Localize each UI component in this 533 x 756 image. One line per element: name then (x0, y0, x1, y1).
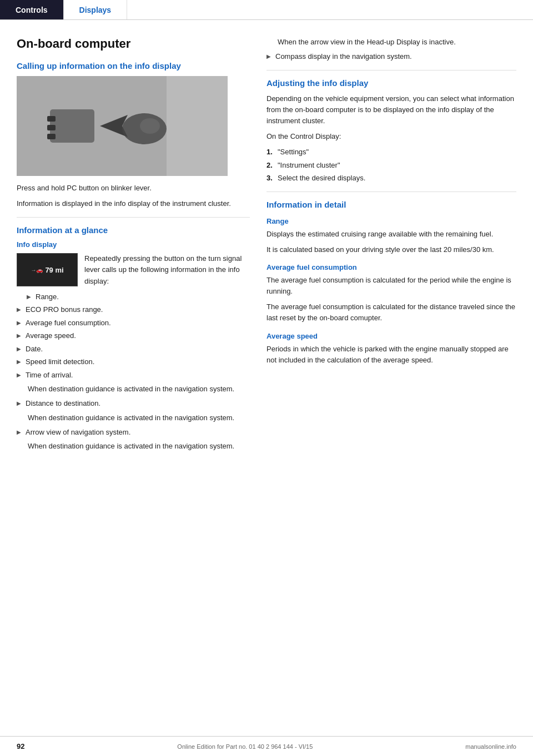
range-para1: Displays the estimated cruising range av… (266, 229, 516, 240)
svg-rect-1 (50, 109, 94, 143)
triangle-icon-arrow-view: ▶ (17, 428, 26, 436)
bullet-list-destination: ▶ Distance to destination. (17, 398, 250, 409)
triangle-icon-time-arrival: ▶ (17, 371, 26, 379)
step-2-num: 2. (266, 160, 278, 171)
range-para2: It is calculated based on your driving s… (266, 244, 516, 255)
avg-fuel-heading: Average fuel consumption (266, 263, 516, 271)
left-column: On-board computer Calling up information… (17, 37, 250, 456)
bullet-time-arrival-text: Time of arrival. (26, 370, 73, 381)
sub-bullet-range-text: Range. (36, 291, 59, 303)
footer: 92 Online Edition for Part no. 01 40 2 9… (0, 736, 533, 756)
bullet-avg-speed-text: Average speed. (26, 330, 76, 341)
mileage-display: 79 mi (45, 266, 63, 274)
list-item-time-arrival: ▶ Time of arrival. (17, 370, 250, 381)
tab-displays-label: Displays (79, 6, 112, 14)
info-display-row: →🚗 79 mi Repeatedly pressing the button … (17, 253, 250, 286)
step-3: 3. Select the desired displays. (266, 173, 516, 184)
bullet-avg-fuel-text: Average fuel consumption. (26, 317, 111, 329)
section-calling-up-heading: Calling up information on the info displ… (17, 61, 250, 70)
list-item-date: ▶ Date. (17, 344, 250, 355)
arrow-icon: →🚗 (31, 267, 43, 273)
info-display-box: →🚗 79 mi (17, 253, 78, 286)
svg-rect-3 (47, 125, 56, 130)
list-item-compass: ▶ Compass display in the navigation syst… (266, 51, 516, 62)
tab-controls[interactable]: Controls (0, 0, 64, 19)
sub-bullet-list-range: ▶ Range. (27, 291, 250, 303)
svg-rect-4 (47, 134, 56, 139)
svg-rect-2 (47, 116, 56, 122)
list-item-destination: ▶ Distance to destination. (17, 398, 250, 409)
divider-2 (266, 70, 516, 70)
page-number: 92 (17, 742, 24, 750)
list-item-speed-limit: ▶ Speed limit detection. (17, 356, 250, 367)
triangle-icon-range: ▶ (27, 293, 36, 301)
para-press-hold: Press and hold PC button on blinker leve… (17, 183, 250, 194)
svg-point-7 (140, 118, 160, 134)
footer-right-text: manualsonline.info (465, 743, 516, 750)
arrow-view-note: When the arrow view in the Head-up Displ… (278, 37, 516, 48)
right-column: When the arrow view in the Head-up Displ… (266, 37, 516, 456)
step-1: 1. "Settings" (266, 147, 516, 158)
step-3-text: Select the desired displays. (278, 173, 365, 184)
bullet-list-compass: ▶ Compass display in the navigation syst… (266, 51, 516, 62)
para-info-displayed: Information is displayed in the info dis… (17, 198, 250, 209)
bullet-arrow-text: Arrow view of navigation system. (26, 427, 130, 438)
adjust-para1: Depending on the vehicle equipment versi… (266, 93, 516, 127)
avg-fuel-para2: The average fuel consumption is calculat… (266, 301, 516, 324)
adjust-para2: On the Control Display: (266, 131, 516, 142)
bullet-date-text: Date. (26, 344, 43, 355)
triangle-icon-eco: ▶ (17, 305, 26, 314)
step-3-num: 3. (266, 173, 278, 184)
triangle-icon-avg-speed: ▶ (17, 331, 26, 340)
bullet-speed-limit-text: Speed limit detection. (26, 356, 94, 367)
section-info-detail-heading: Information in detail (266, 200, 516, 209)
bullet-eco-text: ECO PRO bonus range. (26, 304, 103, 315)
bullet-destination-text: Distance to destination. (26, 398, 100, 409)
list-item-range: ▶ Range. (27, 291, 250, 303)
footer-center-text: Online Edition for Part no. 01 40 2 964 … (177, 743, 313, 750)
adjust-steps-list: 1. "Settings" 2. "Instrument cluster" 3.… (266, 147, 516, 184)
page-title: On-board computer (17, 37, 250, 51)
time-arrival-note: When destination guidance is activated i… (28, 384, 250, 395)
triangle-icon-date: ▶ (17, 345, 26, 353)
avg-speed-heading: Average speed (266, 332, 516, 340)
step-1-text: "Settings" (278, 147, 309, 158)
list-item-avg-fuel: ▶ Average fuel consumption. (17, 317, 250, 329)
arrow-note: When destination guidance is activated i… (28, 441, 250, 452)
blinker-lever-diagram (17, 76, 228, 176)
section-info-at-glance: Information at a glance (17, 225, 250, 235)
tab-controls-label: Controls (16, 6, 48, 14)
list-item-avg-speed: ▶ Average speed. (17, 330, 250, 341)
step-2-text: "Instrument cluster" (278, 160, 340, 171)
svg-rect-8 (167, 76, 228, 176)
list-item-arrow-view: ▶ Arrow view of navigation system. (17, 427, 250, 438)
bullet-list-main: ▶ ECO PRO bonus range. ▶ Average fuel co… (17, 304, 250, 380)
triangle-icon-compass: ▶ (266, 52, 275, 61)
avg-fuel-para1: The average fuel consumption is calculat… (266, 275, 516, 297)
step-2: 2. "Instrument cluster" (266, 160, 516, 171)
divider-1 (17, 217, 250, 218)
section-adjusting-heading: Adjusting the info display (266, 78, 516, 88)
divider-3 (266, 191, 516, 192)
main-content: On-board computer Calling up information… (0, 20, 533, 489)
tab-displays[interactable]: Displays (64, 0, 128, 19)
triangle-icon-destination: ▶ (17, 399, 26, 407)
list-item-eco: ▶ ECO PRO bonus range. (17, 304, 250, 315)
bullet-list-arrow: ▶ Arrow view of navigation system. (17, 427, 250, 438)
bullet-compass-text: Compass display in the navigation system… (275, 51, 412, 62)
avg-speed-para: Periods in which the vehicle is parked w… (266, 344, 516, 366)
triangle-icon-speed-limit: ▶ (17, 357, 26, 366)
destination-note: When destination guidance is activated i… (28, 412, 250, 424)
top-nav: Controls Displays (0, 0, 533, 20)
info-display-desc: Repeatedly pressing the button on the tu… (84, 253, 250, 286)
sub-heading-info-display: Info display (17, 240, 250, 249)
triangle-icon-avg-fuel: ▶ (17, 319, 26, 327)
step-1-num: 1. (266, 147, 278, 158)
range-heading: Range (266, 217, 516, 225)
